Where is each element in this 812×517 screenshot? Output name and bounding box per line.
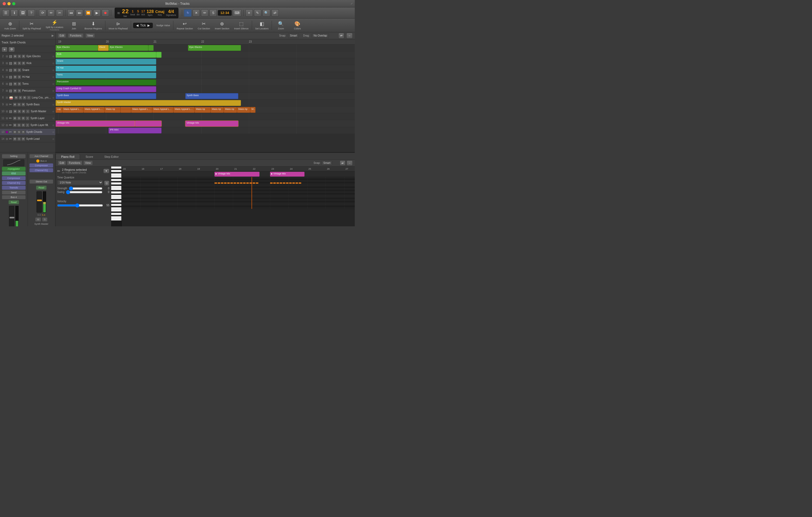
arpeggiator-module[interactable]: Arpeggiator [2,167,26,171]
insert-section-tool[interactable]: ⊕ Insert Section [212,20,231,31]
piano-key-19[interactable] [111,200,121,202]
track-solo-12[interactable]: S [17,137,21,141]
clip-0-2[interactable]: Epic Electro [109,45,148,51]
zoom-tool[interactable]: 🔍 Zoom [273,20,289,31]
close-button[interactable] [3,2,6,5]
track-config-button[interactable]: ⚙ [8,47,15,52]
bus4-button[interactable]: Bus 4 [2,195,26,199]
volume-fader-right[interactable] [36,192,42,212]
tick-left-arrow[interactable]: ◀ [136,24,139,27]
track-row-2[interactable]: 4 ▤ M S Snare ○ [0,67,55,74]
save-state-button[interactable]: S [209,9,217,17]
split-by-playhead-tool[interactable]: ✂ Split by Playhead [20,20,43,31]
compressor-module[interactable]: Compressor [2,176,26,180]
piano-key-17[interactable] [111,197,121,199]
track-row-10[interactable]: 12 ✏ M S R I Synth Layer filt. ○ [0,122,55,128]
nudge-value-tool[interactable]: Nudge Value [154,23,172,28]
clip-11-0[interactable]: Vintage Mix [56,121,135,126]
read-button-left[interactable]: Read [8,200,19,204]
note-9[interactable] [243,182,246,184]
track-solo-9[interactable]: S [17,116,21,120]
rewind-button[interactable]: ⏮ [67,9,75,17]
quantize-apply-btn[interactable]: Q [104,180,109,186]
clip-9-8[interactable]: Mass Ap [195,107,210,113]
note-12[interactable] [253,182,255,184]
pencil-tool-button[interactable]: ✏ [48,9,55,17]
bounce-regions-tool[interactable]: ⬇ Bounce Regions [82,20,104,31]
note-21[interactable] [292,182,295,184]
editor-edit-btn[interactable]: Edit [58,161,66,165]
track-row-0[interactable]: 2 ▤ M S R Epic Electro ○ [0,53,55,60]
clip-5-0[interactable]: Percussion [56,79,156,85]
track-mute-3[interactable]: M [13,75,17,79]
add-track-button[interactable]: + [2,47,7,52]
edit2-button[interactable]: ✎ [254,9,261,17]
clip-9-2[interactable]: Mass Appeal Laye [83,107,105,113]
library-button[interactable]: ☰ [2,9,9,17]
prev-marker-button[interactable]: ⏪ [84,9,92,17]
clip-0-1[interactable]: Electr [98,45,109,51]
move-to-playhead-tool[interactable]: ⊳ Move to Playhead [107,20,130,31]
track-row-11[interactable]: 13 ✂ M S R Synth Chords ○ [0,128,55,136]
note-5[interactable] [230,182,233,184]
track-solo-2[interactable]: S [18,68,21,72]
clip-9-11[interactable]: Mass Ap [237,107,250,113]
regions-arrow-down[interactable]: ▼ [103,169,109,173]
piano-key-28[interactable] [111,216,121,219]
clip-8-0[interactable]: Synth Master [56,100,241,106]
swing-slider[interactable] [66,191,103,194]
es2-module[interactable]: ES2 [2,171,26,175]
piano-key-5[interactable] [111,175,121,178]
clip-4-0[interactable]: Toms [56,73,156,78]
piano-key-14[interactable] [111,192,121,194]
region-bar-1[interactable]: ▶ Vintage Mix [270,172,304,177]
piano-key-29[interactable] [111,219,121,221]
piano-key-7[interactable] [111,179,121,181]
piano-key-12[interactable] [111,188,121,190]
track-input-9[interactable]: I [26,116,29,120]
fader-thumb-left[interactable] [9,217,14,219]
record-button[interactable]: ⏺ [102,9,109,17]
snap-value-btn[interactable]: Smart [288,33,299,38]
track-mute-8[interactable]: M [13,110,17,113]
note-13[interactable] [256,182,258,184]
clip-0-0[interactable]: Epic Electro [56,45,98,51]
join-tool[interactable]: ⊞ Join [66,20,82,31]
clip-9-1[interactable]: Mass Appeal Laye [62,107,83,113]
track-mute-7[interactable]: M [13,103,17,107]
view-dropdown[interactable]: View [86,33,95,38]
note-0[interactable] [214,182,217,184]
track-rec-8[interactable]: R [22,110,25,113]
aux-channel-button[interactable]: Aux Channel [29,154,53,158]
tick-right-arrow[interactable]: ▶ [147,24,150,27]
insert-silence-tool[interactable]: ⬚ Insert Silence [232,20,251,31]
compressor2-module[interactable]: Compressor [29,163,53,168]
track-rec-6[interactable]: R [23,96,27,99]
track-solo-6[interactable]: S [19,96,22,99]
track-row-12[interactable]: 14 ✂ M S R Synth Lead ○ [0,136,55,142]
help-button[interactable]: ? [28,9,35,17]
editor-functions-btn[interactable]: Functions [67,161,82,165]
track-solo-8[interactable]: S [18,110,21,113]
clip-1-0[interactable]: Kick [56,52,156,58]
note-15[interactable] [273,182,276,184]
piano-key-0[interactable] [111,167,121,169]
tab-score[interactable]: Score [80,154,99,160]
keycommands-button[interactable]: ⌨ [233,9,241,17]
mixer-button[interactable]: ⇄ [271,9,279,17]
track-rec-11[interactable]: R [22,130,25,134]
clip-0-4[interactable]: Epic Electro [188,45,241,51]
note-23[interactable] [299,182,301,184]
clip-9-4[interactable] [120,107,131,113]
solo-button-right[interactable]: S [42,217,48,222]
track-solo-7[interactable]: S [17,103,21,107]
track-solo-11[interactable]: S [17,130,21,134]
region-bar-0[interactable]: ▶ Vintage Mix [214,172,259,177]
clip-1-1[interactable] [156,52,162,58]
track-solo-0[interactable]: S [18,55,21,58]
editor-snap-btn[interactable]: Smart [321,161,332,165]
note-8[interactable] [240,182,242,184]
repeat-section-tool[interactable]: ↩ Repeat Section [174,20,195,31]
clip-11-2[interactable]: Vintage Mix [185,121,238,126]
track-row-9[interactable]: 11 ✏ M S R I Synth Layer ○ [0,115,55,122]
